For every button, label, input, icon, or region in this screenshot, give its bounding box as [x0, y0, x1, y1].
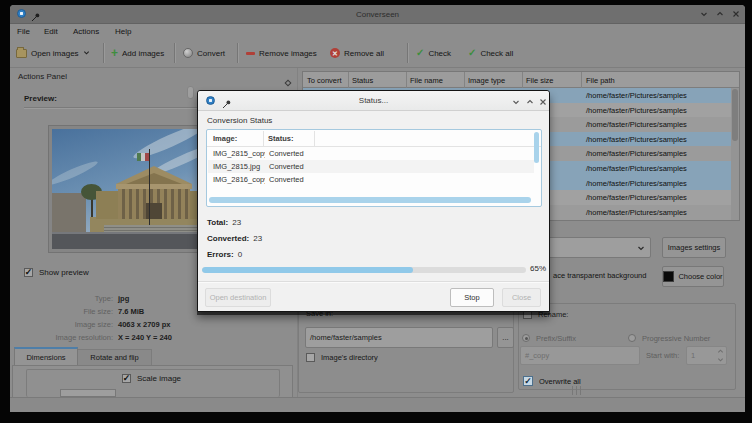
pin-icon[interactable]	[222, 95, 232, 113]
conversion-status-label: Conversion Status	[207, 116, 272, 125]
convert-icon	[183, 48, 193, 58]
pediment-shade	[126, 173, 182, 184]
menu-actions[interactable]: Actions	[70, 25, 102, 38]
col-status[interactable]: Status:	[268, 134, 293, 143]
check-label: Check	[428, 49, 451, 58]
file-path-cell: /home/faster/Pictures/samples	[586, 91, 687, 100]
plus-icon: +	[111, 48, 118, 58]
progress-bar	[202, 267, 526, 273]
col-image[interactable]: Image:	[213, 134, 237, 143]
stop-button[interactable]: Stop	[450, 288, 494, 307]
column-divider[interactable]	[348, 72, 349, 88]
check-icon: ✓	[416, 48, 424, 58]
splitter-grip[interactable]	[572, 386, 586, 395]
building-wing-left	[96, 191, 118, 219]
check-button[interactable]: ✓ Check	[416, 44, 451, 62]
dialog-vscrollbar-thumb[interactable]	[534, 132, 539, 163]
status-row[interactable]: IMG_2815.jpgConverted	[208, 160, 534, 173]
check-all-button[interactable]: ✓ Check all	[468, 44, 513, 62]
browse-button[interactable]: ...	[497, 327, 514, 348]
status-table-rows: IMG_2815_copy.jpgConvertedIMG_2815.jpgCo…	[208, 147, 534, 187]
col-status[interactable]: Status	[352, 76, 373, 85]
file-path-cell: /home/faster/Pictures/samples	[586, 193, 687, 202]
dialog-titlebar[interactable]: Status...	[198, 91, 549, 111]
column-divider[interactable]	[581, 72, 582, 88]
status-table: Image: Status: IMG_2815_copy.jpgConverte…	[206, 129, 542, 207]
close-button: Close	[502, 288, 541, 307]
dialog-hscrollbar-thumb[interactable]	[209, 197, 531, 203]
column-divider[interactable]	[522, 72, 523, 88]
col-image-type[interactable]: Image type	[468, 76, 505, 85]
panel-scrollbar[interactable]	[187, 86, 194, 99]
convert-button[interactable]: Convert	[183, 44, 225, 62]
info-label: Image size:	[39, 320, 113, 329]
toolbar-separator	[237, 43, 239, 63]
minimize-icon[interactable]	[509, 95, 522, 108]
flag-pole	[149, 149, 150, 225]
col-file-name[interactable]: File name	[410, 76, 443, 85]
remove-all-label: Remove all	[344, 49, 384, 58]
pin-icon[interactable]	[31, 8, 41, 26]
images-directory-label[interactable]: Image's directory	[321, 353, 378, 362]
total-row: Total: 23	[207, 218, 241, 227]
close-icon[interactable]	[730, 8, 742, 20]
status-row[interactable]: IMG_2816_copy.jpgConverted	[208, 173, 534, 186]
col-file-path[interactable]: File path	[586, 76, 615, 85]
close-icon[interactable]	[536, 95, 549, 108]
color-swatch	[663, 271, 674, 282]
add-images-button[interactable]: + Add images	[111, 44, 164, 62]
column-divider	[263, 131, 264, 147]
actions-panel-title: Actions Panel	[18, 72, 67, 81]
menu-file[interactable]: File	[14, 25, 33, 38]
tab-rotate-and-flip[interactable]: Rotate and flip	[78, 349, 152, 366]
overwrite-all-label[interactable]: Overwrite all	[539, 377, 581, 386]
maximize-icon[interactable]	[714, 8, 726, 20]
spinner-down-icon	[717, 356, 724, 365]
preview-label: Preview:	[24, 94, 57, 103]
errors-label: Errors:	[207, 250, 234, 259]
info-value: 4063 x 2709 px	[118, 320, 171, 329]
info-label: File size:	[39, 307, 113, 316]
save-path-input[interactable]: /home/faster/samples	[305, 327, 493, 348]
window-title: Converseen	[10, 10, 745, 19]
file-path-cell: /home/faster/Pictures/samples	[586, 179, 687, 188]
scale-image-checkbox[interactable]	[122, 374, 131, 383]
menu-help[interactable]: Help	[112, 25, 134, 38]
table-scrollbar-thumb[interactable]	[732, 89, 738, 141]
menu-edit[interactable]: Edit	[41, 25, 61, 38]
rename-pattern-input: #_copy	[520, 346, 640, 365]
file-path-cell: /home/faster/Pictures/samples	[586, 149, 687, 158]
col-file-size[interactable]: File size	[526, 76, 554, 85]
progressive-number-radio	[628, 334, 636, 342]
column-divider[interactable]	[406, 72, 407, 88]
status-dialog: Status... Conversion Status Image: Statu…	[197, 90, 550, 312]
replace-transparent-label-fragment[interactable]: ace transparent background	[553, 271, 646, 280]
start-with-spinner: 1	[686, 346, 727, 365]
main-titlebar[interactable]: Converseen	[10, 5, 745, 24]
open-images-button[interactable]: Open images	[16, 44, 90, 62]
remove-images-button[interactable]: Remove images	[246, 44, 317, 62]
status-cell: Converted	[269, 149, 304, 158]
overwrite-all-checkbox[interactable]	[523, 376, 533, 386]
minimize-icon[interactable]	[698, 8, 710, 20]
panel-float-icon[interactable]	[284, 73, 292, 91]
status-row[interactable]: IMG_2815_copy.jpgConverted	[208, 147, 534, 160]
open-images-label: Open images	[31, 49, 79, 58]
chevron-down-icon	[637, 244, 645, 254]
toolbar-separator	[407, 43, 409, 63]
errors-row: Errors: 0	[207, 250, 242, 259]
images-settings-button[interactable]: Images settings	[662, 237, 726, 258]
add-images-label: Add images	[122, 49, 164, 58]
maximize-icon[interactable]	[523, 95, 536, 108]
remove-all-button[interactable]: ✕ Remove all	[330, 44, 384, 62]
show-preview-checkbox[interactable]	[24, 268, 33, 277]
status-table-header[interactable]	[207, 130, 541, 147]
tab-dimensions[interactable]: Dimensions	[14, 347, 78, 366]
width-field-clipped[interactable]	[60, 389, 116, 397]
choose-color-button[interactable]: Choose color	[662, 266, 724, 287]
images-directory-checkbox[interactable]	[306, 353, 315, 362]
col-to-convert[interactable]: To convert	[307, 76, 342, 85]
minus-icon	[246, 52, 255, 55]
column-divider[interactable]	[464, 72, 465, 88]
converted-row: Converted: 23	[207, 234, 262, 243]
